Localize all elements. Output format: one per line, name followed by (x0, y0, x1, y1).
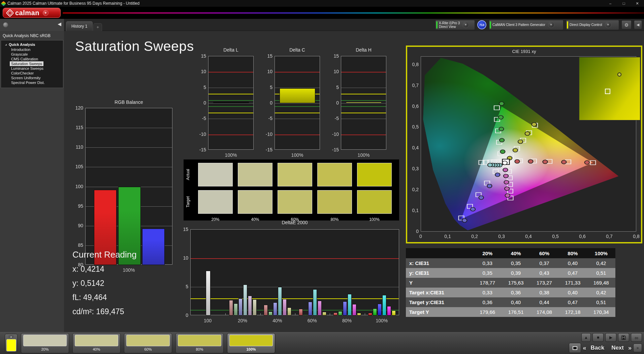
table-cell: 179,66 (473, 307, 502, 317)
tree-item-luminance-sweeps[interactable]: Luminance Sweeps (10, 66, 45, 71)
source-selector[interactable]: CalMAN Client 3 Pattern Generator ▼ (489, 20, 564, 30)
sidebar-collapse-icon[interactable]: ◀ (58, 21, 61, 27)
tree-expander-icon[interactable] (5, 44, 7, 46)
table-header-row: 20%40%60%80%100% (406, 248, 615, 258)
table-cell: 0,35 (473, 268, 502, 278)
pattern-swatch-20%[interactable]: 20% (21, 333, 69, 353)
table-cell: 0,42 (587, 288, 615, 297)
current-reading-fl: fL: 49,464 (72, 293, 137, 302)
save-icon (621, 335, 626, 340)
minimize-button[interactable]: – (604, 0, 617, 7)
cie-xtick: 0,1 (441, 234, 454, 239)
next-button[interactable]: Next (609, 345, 626, 351)
source-dropdown-icon[interactable]: ▼ (548, 22, 554, 28)
chart-title: DeltaE 2000 (190, 220, 399, 225)
tree-item-cms-calibration[interactable]: CMS Calibration (10, 57, 39, 61)
settings-button[interactable]: ⚙ (621, 20, 632, 29)
cie-xtick: 0,4 (522, 234, 535, 239)
table-cell: 0,36 (473, 297, 502, 307)
workflow-title: Quick Analysis NBC sRGB (0, 31, 64, 40)
logo-band: calman ▼ (0, 7, 644, 19)
cie-measured-white (503, 161, 507, 165)
tree-item-screen-uniformity[interactable]: Screen Uniformity (10, 76, 42, 80)
table-header-cell: 20% (473, 248, 502, 258)
table-cell: 169,48 (587, 278, 615, 288)
panel-collapse-button[interactable]: ◀ (634, 20, 642, 29)
deltae-bar (357, 313, 361, 316)
target-swatch-100% (357, 190, 392, 214)
table-row-label: Y (406, 278, 473, 288)
add-tab-button[interactable]: + (93, 23, 102, 31)
tree-item-spectral-power-dist-[interactable]: Spectral Power Dist. (10, 80, 46, 85)
cie-ytick: 0,8 (408, 62, 419, 67)
chart-title: Delta L (208, 47, 254, 53)
stop-button[interactable]: ■ (592, 333, 604, 342)
rgb-balance-chart: RGB Balance12011511010510095908580100% (70, 74, 178, 249)
cie-measured-red (561, 160, 566, 164)
maximize-button[interactable]: □ (617, 0, 631, 7)
calman-logo-text: calman (15, 9, 39, 17)
cie-1931-panel[interactable]: CIE 1931 xy 00,10,20,30,40,50,60,70,800,… (406, 46, 642, 243)
display-control-selector[interactable]: Direct Display Control ▼ (566, 20, 619, 30)
pattern-swatch-40%[interactable]: 40% (72, 333, 121, 353)
pattern-swatch-80%[interactable]: 80% (175, 333, 224, 353)
inset-measured-point (617, 72, 621, 77)
workflow-status-dot[interactable] (3, 22, 8, 27)
tree-item-introduction[interactable]: Introduction (10, 47, 32, 52)
reference-line (208, 100, 253, 101)
cie-measured-green (499, 102, 504, 106)
calman-menu-button[interactable]: calman ▼ (3, 8, 61, 18)
tree-item-colorchecker[interactable]: ColorChecker (10, 71, 35, 76)
deltae-bar (308, 302, 312, 316)
display-dropdown-icon[interactable]: ▼ (605, 22, 611, 28)
meter-selector[interactable]: X-Rite i1Pro 3 Direct View ▼ (435, 20, 475, 30)
deltae-bar (318, 301, 322, 316)
chart-plot (190, 229, 399, 315)
current-pattern-button[interactable]: ▲ (5, 334, 18, 353)
meter-id-badge[interactable]: 713 (477, 20, 486, 29)
pattern-popup-icon[interactable]: ▲ (8, 335, 14, 338)
meter-dropdown-icon[interactable]: ▼ (462, 22, 469, 28)
back-button[interactable]: Back (588, 345, 607, 351)
pattern-swatch-color (75, 335, 118, 346)
close-button[interactable]: ✕ (631, 0, 644, 7)
deltae-bar (338, 311, 342, 316)
pattern-swatch-60%[interactable]: 60% (124, 333, 172, 353)
tree-item-grayscale[interactable]: Grayscale (10, 52, 29, 57)
source-status-stripe (490, 21, 491, 29)
reference-line (341, 113, 386, 113)
cie-ytick: 0,2 (408, 187, 419, 192)
cie-measured-green (499, 127, 504, 131)
tree-item-saturation-sweeps[interactable]: Saturation Sweeps (10, 61, 43, 66)
chevron-down-icon[interactable]: ▼ (43, 10, 49, 16)
cie-measured-magenta (505, 194, 510, 197)
next-chevron-icon[interactable]: » (628, 345, 632, 352)
table-cell: 0,37 (530, 258, 558, 268)
cie-measured-red (543, 160, 547, 164)
pattern-swatch-100%[interactable]: 100% (227, 333, 275, 353)
tree-root-quick-analysis[interactable]: Quick Analysis (1, 42, 63, 47)
deltae-bar (373, 308, 377, 316)
delta-h-chart: Delta H151050-5-10-15100% (328, 44, 389, 158)
save-button[interactable] (618, 333, 629, 342)
table-cell: 0,33 (473, 258, 502, 268)
pattern-window-up-button[interactable]: ▲ (581, 333, 591, 342)
reference-line (208, 135, 253, 135)
play-button[interactable]: ▶ (605, 333, 616, 342)
cie-ytick: 0,7 (408, 83, 419, 88)
pattern-swatch-label: 80% (178, 347, 221, 351)
table-cell: 0,38 (530, 288, 558, 297)
layout-expand-button[interactable]: » (633, 344, 642, 352)
tab-history-1[interactable]: History 1 (66, 21, 93, 31)
pattern-swatch-color (23, 335, 67, 346)
cie-xtick: 0,8 (630, 234, 643, 239)
cie-chart-title: CIE 1931 xy (407, 49, 641, 54)
reference-line (341, 94, 386, 94)
back-chevron-icon[interactable]: « (583, 345, 586, 352)
table-cell: 173,27 (530, 278, 558, 288)
reference-line (275, 106, 320, 107)
reference-line (275, 113, 320, 113)
actual-swatch-40% (238, 163, 272, 186)
pattern-window-button[interactable] (569, 343, 581, 353)
continuous-measure-button[interactable]: ∞ (631, 333, 642, 342)
